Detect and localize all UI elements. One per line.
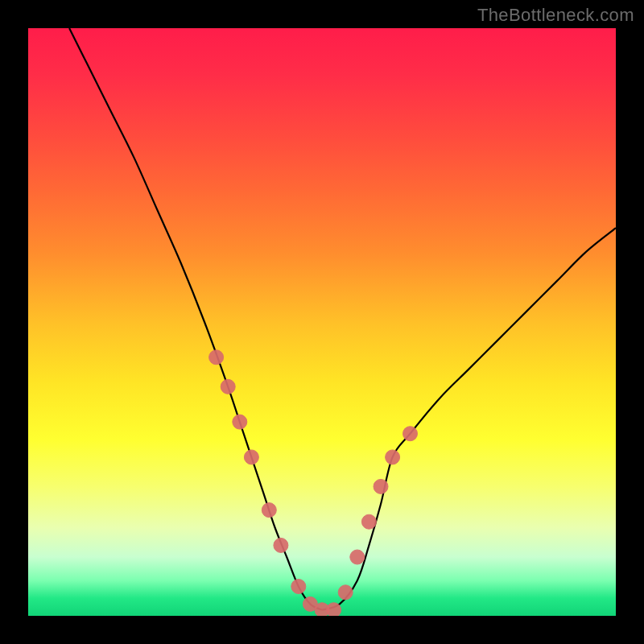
highlight-dot xyxy=(327,603,341,616)
highlight-dot xyxy=(361,514,376,529)
highlight-dot xyxy=(209,350,224,365)
site-watermark: TheBottleneck.com xyxy=(477,5,634,26)
highlight-dot xyxy=(233,415,247,429)
highlight-dot xyxy=(403,427,418,441)
highlight-dot xyxy=(350,550,365,564)
highlight-dot xyxy=(274,538,288,552)
highlight-dot xyxy=(244,450,258,464)
chart-overlay xyxy=(28,28,616,616)
curve-left-branch xyxy=(69,28,322,610)
highlight-dot xyxy=(374,479,388,493)
highlight-dot xyxy=(221,379,235,394)
highlight-dot xyxy=(338,585,353,600)
curve-right-branch xyxy=(322,228,616,610)
highlight-dot xyxy=(291,580,306,594)
highlight-dot xyxy=(262,503,276,518)
highlight-dot xyxy=(386,450,400,464)
highlight-dots-group xyxy=(209,350,418,616)
